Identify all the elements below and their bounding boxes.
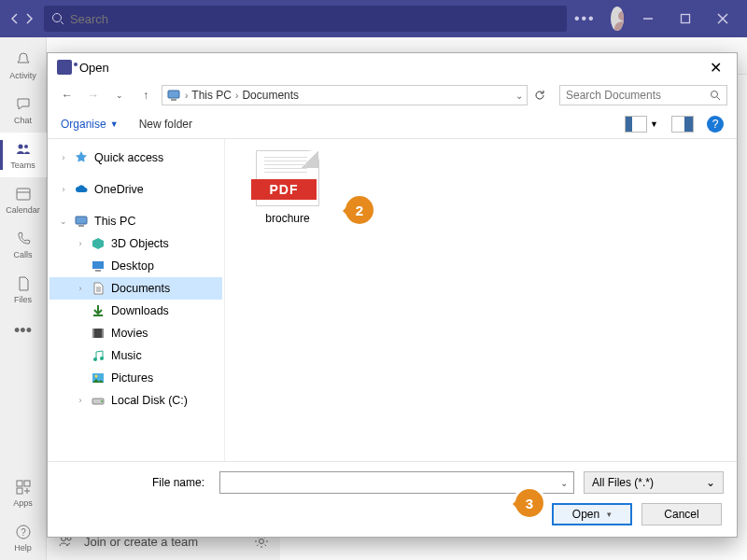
nav-up-button[interactable]: ↑ bbox=[135, 89, 156, 102]
document-icon bbox=[91, 281, 106, 296]
organise-label: Organise bbox=[61, 118, 106, 131]
crumb-folder[interactable]: Documents bbox=[242, 89, 299, 102]
svg-rect-15 bbox=[168, 91, 179, 98]
dialog-nav: ← → ⌄ ↑ › This PC › Documents ⌄ Search D… bbox=[48, 81, 737, 109]
dialog-search[interactable]: Search Documents bbox=[559, 85, 727, 105]
teams-app-icon bbox=[57, 60, 72, 75]
svg-point-17 bbox=[712, 91, 718, 98]
film-icon bbox=[91, 326, 106, 341]
tree-documents[interactable]: ›Documents bbox=[49, 277, 222, 300]
open-button[interactable]: Open▾ bbox=[552, 503, 632, 525]
help-icon: ? bbox=[14, 523, 33, 541]
chevron-down-icon[interactable]: ⌄ bbox=[560, 478, 568, 488]
rail-help[interactable]: ?Help bbox=[0, 515, 47, 560]
tree-label: Local Disk (C:) bbox=[111, 394, 188, 407]
tree-this-pc[interactable]: ⌄This PC bbox=[49, 210, 222, 232]
crumb-root[interactable]: This PC bbox=[191, 89, 232, 102]
tree-local-disk[interactable]: ›Local Disk (C:) bbox=[49, 389, 222, 412]
rail-more[interactable]: ••• bbox=[0, 312, 46, 349]
avatar[interactable] bbox=[611, 7, 624, 31]
tree-label: Music bbox=[111, 349, 142, 362]
forward-button[interactable] bbox=[21, 6, 35, 32]
tree-label: This PC bbox=[94, 215, 135, 228]
filename-input[interactable]: ⌄ bbox=[219, 471, 574, 494]
view-mode-button[interactable]: ▼ bbox=[625, 116, 658, 133]
pc-icon bbox=[74, 214, 89, 229]
search-box[interactable] bbox=[44, 6, 567, 32]
star-icon bbox=[74, 150, 89, 165]
folder-tree: ›Quick access ›OneDrive ⌄This PC ›3D Obj… bbox=[48, 139, 225, 461]
cancel-button[interactable]: Cancel bbox=[641, 503, 722, 525]
svg-rect-18 bbox=[76, 217, 87, 224]
tree-downloads[interactable]: Downloads bbox=[49, 300, 222, 322]
rail-files[interactable]: Files bbox=[0, 267, 47, 312]
search-input[interactable] bbox=[70, 12, 559, 26]
file-brochure[interactable]: PDF brochure bbox=[236, 150, 339, 225]
file-type-filter[interactable]: All Files (*.*)⌄ bbox=[584, 471, 724, 494]
tree-label: Pictures bbox=[111, 371, 153, 385]
maximize-button[interactable] bbox=[669, 4, 702, 34]
rail-activity[interactable]: Activity bbox=[0, 43, 47, 88]
tree-label: Quick access bbox=[94, 151, 163, 164]
phone-icon bbox=[14, 230, 33, 248]
chevron-down-icon[interactable]: ⌄ bbox=[59, 217, 68, 226]
svg-rect-23 bbox=[92, 329, 94, 338]
search-icon bbox=[51, 12, 64, 25]
tree-3d-objects[interactable]: ›3D Objects bbox=[49, 232, 222, 255]
more-icon[interactable]: ••• bbox=[567, 10, 603, 27]
tree-desktop[interactable]: Desktop bbox=[49, 255, 222, 277]
chevron-right-icon[interactable]: › bbox=[76, 239, 85, 248]
breadcrumb[interactable]: › This PC › Documents ⌄ bbox=[162, 85, 528, 105]
file-icon bbox=[14, 274, 33, 293]
minimize-button[interactable] bbox=[631, 4, 665, 34]
caret-down-icon: ▼ bbox=[110, 119, 119, 129]
svg-point-2 bbox=[614, 21, 624, 31]
tree-movies[interactable]: Movies bbox=[49, 322, 222, 344]
svg-point-28 bbox=[95, 375, 98, 378]
chevron-right-icon: › bbox=[235, 91, 238, 101]
back-button[interactable] bbox=[7, 6, 21, 32]
help-button[interactable]: ? bbox=[707, 116, 724, 133]
desktop-icon bbox=[91, 259, 106, 273]
caret-down-icon[interactable]: ▾ bbox=[607, 510, 612, 519]
rail-calendar[interactable]: Calendar bbox=[0, 177, 47, 222]
nav-back-button[interactable]: ← bbox=[57, 89, 78, 102]
tree-quick-access[interactable]: ›Quick access bbox=[49, 147, 222, 169]
tree-label: 3D Objects bbox=[111, 237, 169, 250]
nav-recent-caret[interactable]: ⌄ bbox=[109, 91, 130, 100]
rail-calls[interactable]: Calls bbox=[0, 222, 47, 267]
cube-icon bbox=[91, 236, 106, 251]
pdf-icon: PDF bbox=[256, 150, 319, 206]
chevron-right-icon[interactable]: › bbox=[59, 153, 68, 162]
rail-label: Calendar bbox=[6, 205, 40, 215]
svg-point-14 bbox=[260, 539, 264, 544]
svg-rect-21 bbox=[95, 270, 101, 272]
rail-chat[interactable]: Chat bbox=[0, 88, 47, 133]
refresh-button[interactable] bbox=[533, 89, 554, 102]
rail-label: Apps bbox=[13, 498, 33, 508]
dialog-close-button[interactable]: ✕ bbox=[703, 55, 727, 79]
svg-rect-6 bbox=[17, 189, 30, 200]
rail-teams[interactable]: Teams bbox=[0, 133, 47, 177]
chevron-down-icon[interactable]: ⌄ bbox=[515, 91, 523, 101]
chevron-right-icon[interactable]: › bbox=[76, 396, 85, 405]
rail-apps[interactable]: Apps bbox=[0, 470, 47, 515]
cloud-icon bbox=[74, 182, 89, 197]
chevron-right-icon[interactable]: › bbox=[76, 284, 85, 293]
tree-pictures[interactable]: Pictures bbox=[49, 367, 222, 389]
tree-music[interactable]: Music bbox=[49, 344, 222, 367]
svg-point-30 bbox=[101, 400, 103, 402]
organise-menu[interactable]: Organise▼ bbox=[61, 118, 119, 131]
svg-point-5 bbox=[24, 145, 28, 148]
tree-onedrive[interactable]: ›OneDrive bbox=[49, 178, 222, 201]
preview-pane-button[interactable] bbox=[671, 116, 694, 133]
svg-rect-24 bbox=[102, 329, 104, 338]
rail-label: Chat bbox=[14, 116, 32, 125]
tree-label: Documents bbox=[111, 282, 170, 295]
close-button[interactable] bbox=[706, 4, 740, 34]
download-icon bbox=[91, 303, 106, 318]
pdf-label: PDF bbox=[251, 179, 317, 200]
chevron-right-icon[interactable]: › bbox=[59, 185, 68, 194]
new-folder-button[interactable]: New folder bbox=[139, 118, 192, 131]
dialog-titlebar: Open ✕ bbox=[48, 53, 737, 81]
